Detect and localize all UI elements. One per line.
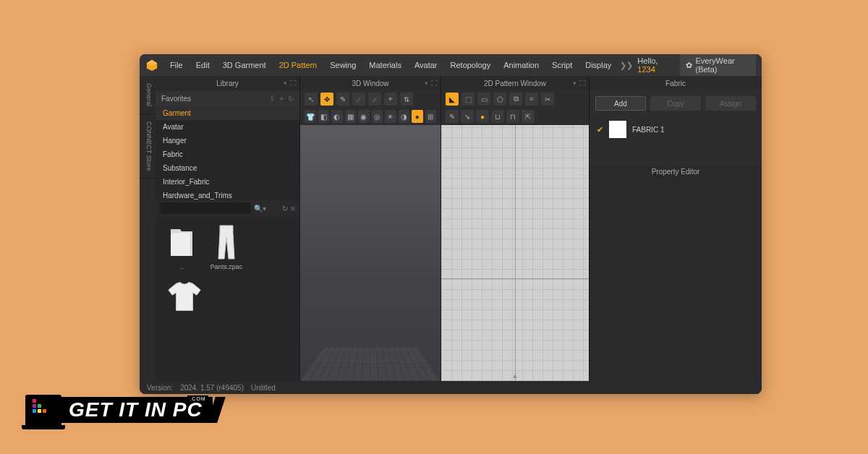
point-tool-icon[interactable]: ● (476, 110, 489, 123)
upload-icon[interactable]: ⇪ (269, 95, 275, 103)
polygon-tool-icon[interactable]: ⬠ (493, 93, 506, 106)
pen-tool-icon[interactable]: ✎ (446, 110, 459, 123)
add-fabric-button[interactable]: Add (595, 96, 646, 111)
copy-fabric-button[interactable]: Copy (650, 96, 701, 111)
trace-tool-icon[interactable]: ⌗ (525, 93, 538, 106)
category-substance[interactable]: Substance (156, 161, 299, 175)
2d-pattern-panel: 2D Pattern Window ▾⛶ ◣ ⬚ ▭ ⬠ ⧉ ⌗ ✂ ✎ ➘ ●… (441, 76, 590, 381)
status-bar: Version: 2024. 1.57 (r49405) Untitled (140, 381, 762, 394)
fabric-panel: Fabric Add Copy Assign ✔ FABRIC 1 (590, 76, 762, 164)
thumb-pants[interactable]: Pants.zpac (208, 223, 245, 270)
transform-tool-icon[interactable]: ⬚ (461, 93, 475, 106)
menu-2d-pattern[interactable]: 2D Pattern (273, 58, 323, 72)
everywear-button[interactable]: ✿ EveryWear (Beta) (680, 54, 756, 77)
move-tool-icon[interactable]: ✥ (320, 93, 333, 106)
camera-tool-icon[interactable]: ◎ (372, 110, 383, 123)
expand-icon[interactable]: ⛶ (290, 80, 297, 87)
menu-3d-garment[interactable]: 3D Garment (217, 58, 272, 72)
workspace: Library ▾⛶ Favorites ⇪ + ↻ Garment Avata… (156, 76, 762, 381)
getitinpc-badge: GET IT IN PC .COM (25, 395, 213, 425)
3d-floor-grid (300, 347, 441, 381)
menu-materials[interactable]: Materials (363, 58, 407, 72)
refresh-icon[interactable]: ↻ (288, 95, 294, 103)
menu-edit[interactable]: Edit (190, 58, 216, 72)
arrange-tool-icon[interactable]: ⇅ (400, 93, 413, 106)
assign-fabric-button[interactable]: Assign (705, 96, 756, 111)
render-tool-icon[interactable]: ◉ (358, 110, 370, 123)
search-icon[interactable]: 🔍▾ (254, 205, 266, 213)
fold-tool-icon[interactable]: ⇱ (522, 110, 535, 123)
grid-tool-icon[interactable]: ⊞ (425, 110, 437, 123)
dropdown-icon[interactable]: ▾ (284, 80, 287, 87)
side-tab-connect-store[interactable]: CONNECT Store (140, 114, 156, 179)
thumb-tshirt[interactable] (163, 278, 206, 317)
list-icon[interactable]: ≡ (291, 205, 295, 213)
rectangle-tool-icon[interactable]: ▭ (477, 93, 490, 106)
fabric-name: FABRIC 1 (632, 126, 664, 134)
library-header: Library ▾⛶ (156, 76, 299, 90)
seam-tool-icon[interactable]: ⊓ (506, 110, 519, 123)
curve-tool-icon[interactable]: ➘ (461, 110, 474, 123)
garment-tool-icon[interactable]: ◧ (318, 110, 330, 123)
2d-viewport[interactable]: ▲ (441, 125, 589, 381)
sewing-tool-icon[interactable]: ✂ (541, 93, 554, 106)
expand-icon[interactable]: ⛶ (431, 80, 438, 87)
library-search-row: 🔍▾ ↻ ≡ (156, 200, 299, 216)
cursor-tool-icon[interactable]: ↖ (305, 93, 318, 106)
tack-tool-icon[interactable]: ⌖ (384, 93, 397, 106)
menu-retopology[interactable]: Retopology (445, 58, 497, 72)
category-fabric[interactable]: Fabric (156, 147, 299, 161)
shade-tool-icon[interactable]: ◑ (399, 110, 410, 123)
2d-toolbar-1: ◣ ⬚ ▭ ⬠ ⧉ ⌗ ✂ (441, 90, 589, 108)
light-tool-icon[interactable]: ☀ (385, 110, 396, 123)
dropdown-icon[interactable]: ▾ (573, 80, 576, 87)
highlight-tool-icon[interactable]: ● (412, 110, 423, 123)
side-tab-bar: General CONNECT Store (140, 76, 156, 381)
3d-toolbar-2: 👕 ◧ ◐ ▦ ◉ ◎ ☀ ◑ ● ⊞ (300, 108, 441, 125)
menu-avatar[interactable]: Avatar (409, 58, 443, 72)
menu-sewing[interactable]: Sewing (324, 58, 362, 72)
notch-tool-icon[interactable]: ⊔ (491, 110, 504, 123)
menu-bar: File Edit 3D Garment 2D Pattern Sewing M… (140, 54, 762, 76)
category-hanger[interactable]: Hanger (156, 134, 299, 147)
add-icon[interactable]: + (279, 95, 284, 103)
app-window: File Edit 3D Garment 2D Pattern Sewing M… (140, 54, 762, 394)
thumb-folder-up[interactable]: .. (163, 223, 200, 270)
measure-tool-icon[interactable]: ⟋ (368, 93, 381, 106)
category-avatar[interactable]: Avatar (156, 120, 299, 134)
search-input[interactable] (160, 202, 251, 214)
copy-tool-icon[interactable]: ⧉ (509, 93, 522, 106)
gear-icon: ✿ (686, 61, 692, 70)
select-tool-icon[interactable]: ◣ (446, 93, 459, 106)
texture-tool-icon[interactable]: ▦ (345, 110, 357, 123)
badge-text: GET IT IN PC .COM (61, 397, 213, 423)
dropdown-icon[interactable]: ▾ (425, 80, 428, 87)
property-editor-body (590, 179, 762, 381)
file-name: Untitled (251, 384, 276, 392)
category-interior-fabric[interactable]: Interior_Fabric (156, 175, 299, 189)
expand-icon[interactable]: ⛶ (579, 80, 586, 87)
property-editor-header: Property Editor (590, 164, 762, 179)
fabric-swatch (609, 121, 626, 138)
menu-file[interactable]: File (164, 58, 189, 72)
fabric-item[interactable]: ✔ FABRIC 1 (590, 116, 762, 142)
menu-display[interactable]: Display (579, 58, 617, 72)
category-hardware-trims[interactable]: Hardware_and_Trims (156, 189, 299, 200)
menu-animation[interactable]: Animation (498, 58, 545, 72)
expand-up-icon[interactable]: ▲ (512, 372, 519, 380)
category-garment[interactable]: Garment (156, 106, 299, 120)
3d-window-panel: 3D Window ▾⛶ ↖ ✥ ✎ ⟋ ⟋ ⌖ ⇅ 👕 ◧ ◐ ▦ ◉ ◎ ☀… (300, 76, 441, 381)
fabric-header: Fabric (590, 76, 762, 90)
3d-window-header: 3D Window ▾⛶ (300, 76, 441, 90)
check-icon: ✔ (597, 125, 603, 134)
style-tool-icon[interactable]: ◐ (331, 110, 343, 123)
pin-tool-icon[interactable]: ⟋ (352, 93, 365, 106)
3d-viewport[interactable] (300, 125, 441, 381)
refresh-icon[interactable]: ↻ (282, 205, 288, 213)
menu-script[interactable]: Script (546, 58, 578, 72)
favorites-bar: Favorites ⇪ + ↻ (156, 90, 299, 106)
edit-tool-icon[interactable]: ✎ (336, 93, 349, 106)
avatar-tool-icon[interactable]: 👕 (305, 110, 316, 123)
greeting: Hello, 1234 (637, 56, 673, 74)
side-tab-general[interactable]: General (140, 76, 156, 114)
